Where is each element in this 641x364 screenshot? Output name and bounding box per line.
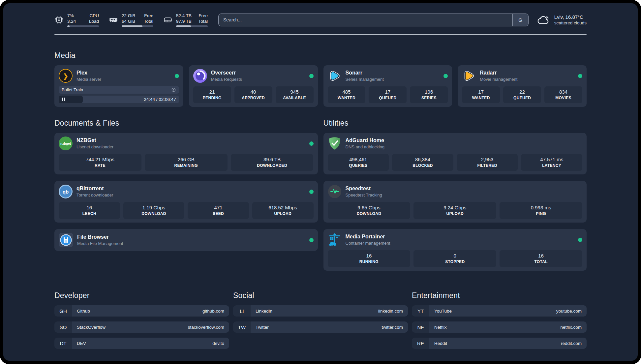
bookmark-linkedin[interactable]: LI LinkedIn linkedin.com — [233, 305, 408, 317]
status-dot — [309, 238, 314, 242]
bookmark-abbr: RE — [412, 338, 429, 349]
ram-free-label: Free — [144, 13, 153, 18]
bookmark-abbr: LI — [233, 305, 251, 317]
bookmark-group-social: Social LI LinkedIn linkedin.com TW Twitt… — [233, 291, 408, 338]
header: 7% CPU 3.24 Load — [54, 11, 587, 28]
cloud-icon — [537, 15, 550, 25]
stat-label: MOVIES — [546, 95, 581, 101]
app-name: File Browser — [77, 234, 123, 240]
search-input[interactable] — [219, 14, 512, 26]
ram-total-value: 64 GiB — [122, 18, 135, 24]
app-card-adguard[interactable]: AdGuard Home DNS and adblocking 498,461 … — [323, 133, 587, 174]
stat-label: BLOCKED — [393, 163, 452, 168]
weather-widget: Lviv, 16.87°C scattered clouds — [537, 14, 587, 26]
bookmark-twitter[interactable]: TW Twitter twitter.com — [233, 321, 408, 333]
section-utilities: Utilities AdGuard Home DNS and adblockin… — [323, 119, 587, 271]
bookmark-netflix[interactable]: NF Netflix netflix.com — [412, 321, 587, 333]
now-playing-options-icon[interactable] — [171, 87, 176, 92]
adguard-icon — [328, 136, 342, 150]
stat-label: RATE — [60, 163, 140, 168]
stat-label: DOWNLOADED — [232, 163, 312, 168]
stat-value: 945 — [277, 89, 312, 95]
bookmark-dev[interactable]: DT DEV dev.to — [54, 338, 229, 349]
app-card-nzbget[interactable]: nzbget NZBGet Usenet downloader 744.21 M… — [54, 133, 318, 174]
app-card-filebrowser[interactable]: File Browser Media File Management — [54, 229, 318, 251]
bookmark-youtube[interactable]: YT YouTube youtube.com — [412, 305, 587, 317]
app-card-sonarr[interactable]: Sonarr Series management 485 WANTED 17 Q… — [323, 65, 452, 107]
bookmark-github[interactable]: GH Github github.com — [54, 305, 229, 317]
stat-value: 16 — [60, 204, 119, 211]
stat-pill: 39.6 TB DOWNLOADED — [231, 154, 314, 171]
overseerr-icon — [193, 69, 207, 83]
stat-pill: 1.19 Gbps DOWNLOAD — [123, 202, 185, 219]
stat-pill: 498,461 QUERIES — [328, 154, 389, 171]
app-subtitle: Container management — [346, 240, 390, 246]
stat-pill: 21 PENDING — [193, 86, 231, 103]
pause-icon[interactable] — [62, 98, 65, 101]
ram-icon — [109, 15, 118, 24]
plex-icon: ❯ — [59, 69, 73, 83]
app-subtitle: Usenet downloader — [76, 144, 113, 150]
stat-value: 1.19 Gbps — [125, 204, 183, 211]
playback-time: 24:44 / 02:06:47 — [144, 97, 176, 102]
app-card-portainer[interactable]: Media Portainer Container management 16 … — [323, 229, 587, 271]
app-subtitle: DNS and adblocking — [346, 144, 385, 150]
app-card-speedtest[interactable]: Speedtest Speedtest Tracking 9.65 Gbps D… — [323, 181, 587, 223]
stat-label: PENDING — [195, 95, 230, 101]
stat-value: 86,384 — [393, 156, 452, 163]
cpu-load-label: Load — [89, 18, 99, 24]
section-title-documents: Documents & Files — [54, 119, 318, 128]
cpu-progress-bar — [67, 25, 99, 27]
stat-pill: 0.993 ms PING — [500, 202, 582, 219]
bookmark-group-developer: Developer GH Github github.com SO StackO… — [54, 291, 229, 354]
app-name: Plex — [76, 70, 101, 76]
stat-pill: 2,953 FILTERED — [457, 154, 518, 171]
bookmark-group-title: Social — [233, 291, 408, 300]
stat-pill: 16 RUNNING — [328, 250, 411, 267]
qbittorrent-logo-text: qb — [63, 189, 69, 195]
disk-free-label: Free — [198, 13, 208, 18]
stat-pill: 266 GB REMAINING — [145, 154, 228, 171]
search-provider-button[interactable]: G — [512, 14, 528, 26]
portainer-icon — [328, 233, 342, 247]
app-card-overseerr[interactable]: Overseerr Media Requests 21 PENDING 40 A… — [189, 65, 318, 107]
bookmark-url: netflix.com — [560, 325, 582, 330]
bookmark-name: DEV — [77, 341, 86, 346]
bookmark-reddit[interactable]: RE Reddit reddit.com — [412, 338, 587, 349]
disk-stat: 52.4 TB Free 97.9 TB Total — [163, 13, 208, 27]
bookmark-url: reddit.com — [561, 341, 582, 346]
qbittorrent-icon: qb — [59, 185, 73, 198]
stat-value: 9.24 Gbps — [415, 204, 495, 211]
bookmark-group-title: Entertainment — [412, 291, 587, 300]
search-bar: G — [218, 14, 529, 26]
stat-pill: 9.24 Gbps UPLOAD — [413, 202, 496, 219]
bookmark-abbr: DT — [54, 338, 72, 349]
bookmark-name: Netflix — [434, 325, 447, 330]
stat-value: 834 — [546, 89, 581, 95]
app-card-radarr[interactable]: Radarr Movie management 17 WANTED 22 QUE… — [458, 65, 587, 107]
cpu-stat: 7% CPU 3.24 Load — [54, 13, 99, 27]
app-card-qbittorrent[interactable]: qb qBittorrent Torrent downloader 16 LEE… — [54, 181, 318, 223]
stat-pill: 17 WANTED — [462, 86, 500, 103]
weather-location: Lviv, 16.87°C — [554, 14, 587, 20]
stat-value: 471 — [189, 204, 248, 211]
app-name: Speedtest — [346, 185, 382, 192]
cpu-icon — [54, 15, 64, 24]
stat-label: TOTAL — [501, 259, 581, 264]
cpu-usage-value: 7% — [67, 13, 74, 18]
app-card-plex[interactable]: ❯ Plex Media server Bullet Train — [54, 65, 183, 107]
stat-label: QUEUED — [504, 95, 540, 101]
bookmark-url: linkedin.com — [378, 309, 403, 314]
dashboard-app: 7% CPU 3.24 Load — [3, 3, 638, 361]
bookmark-name: Twitter — [256, 325, 269, 330]
stat-label: LEECH — [60, 211, 119, 216]
stat-pill: 618.52 Mbps UPLOAD — [252, 202, 314, 219]
stat-label: SEED — [189, 211, 248, 216]
stat-pill: 16 TOTAL — [500, 250, 582, 267]
cpu-load-value: 3.24 — [67, 18, 76, 24]
filebrowser-icon — [59, 233, 73, 247]
bookmark-stackoverflow[interactable]: SO StackOverflow stackoverflow.com — [54, 321, 229, 333]
stat-value: 39.6 TB — [232, 156, 312, 163]
bookmark-abbr: SO — [54, 321, 72, 333]
disk-total-value: 97.9 TB — [176, 18, 192, 24]
